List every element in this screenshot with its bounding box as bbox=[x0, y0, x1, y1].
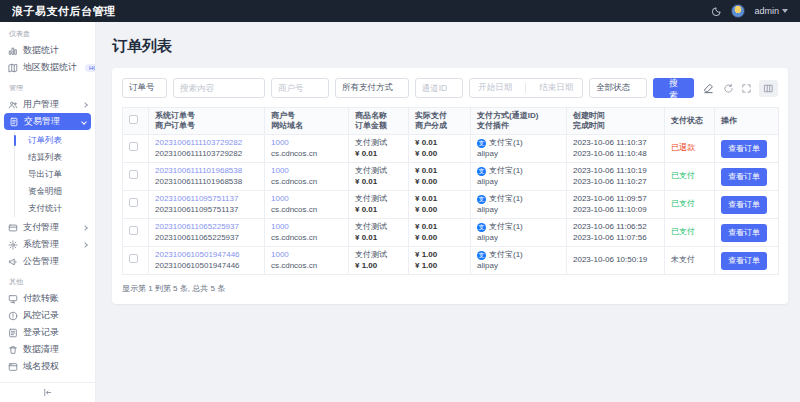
submenu-item-fund-details[interactable]: 资金明细 bbox=[15, 183, 95, 200]
dark-mode-icon[interactable] bbox=[711, 6, 722, 17]
orders-table: 系统订单号商户订单号 商户号网站域名 商品名称订单金额 实际支付商户分成 支付方… bbox=[122, 107, 779, 275]
cell-checkbox bbox=[123, 191, 149, 219]
sidebar-item-risk-records[interactable]: 风控记录 bbox=[0, 307, 95, 324]
sidebar-item-announcement-management[interactable]: 公告管理 bbox=[0, 253, 95, 270]
cell-method: 支支付宝(1)alipay bbox=[471, 219, 567, 247]
search-input[interactable] bbox=[173, 78, 265, 98]
system-order-link[interactable]: 2023100611065225937 bbox=[155, 222, 258, 233]
refresh-icon[interactable] bbox=[723, 83, 734, 94]
username: admin bbox=[754, 6, 779, 16]
row-checkbox[interactable] bbox=[129, 142, 138, 151]
cell-checkbox bbox=[123, 247, 149, 275]
system-order-link[interactable]: 2023100610501947446 bbox=[155, 250, 258, 261]
actual-paid: ¥ 0.01 bbox=[415, 222, 464, 233]
document-icon bbox=[9, 117, 19, 127]
cell-action: 查看订单 bbox=[715, 135, 779, 163]
cell-action: 查看订单 bbox=[715, 163, 779, 191]
sidebar-item-login-records[interactable]: 登录记录 bbox=[0, 324, 95, 341]
pay-method: 支付宝(1) bbox=[489, 222, 523, 233]
chevron-down-icon bbox=[782, 9, 788, 13]
cell-paid: ¥ 0.01¥ 0.00 bbox=[409, 191, 471, 219]
pay-plugin: alipay bbox=[477, 149, 560, 160]
alipay-icon: 支 bbox=[477, 195, 486, 204]
merchant-order: 2023100611065225937 bbox=[155, 233, 258, 244]
sidebar-item-user-management[interactable]: 用户管理 bbox=[0, 96, 95, 113]
collapse-sidebar-icon[interactable] bbox=[42, 387, 53, 398]
view-order-button[interactable]: 查看订单 bbox=[721, 224, 767, 242]
user-menu[interactable]: admin bbox=[754, 6, 788, 16]
system-order-link[interactable]: 2023100611095751137 bbox=[155, 194, 258, 205]
sidebar-item-domain-authorization[interactable]: 域名授权 bbox=[0, 358, 95, 375]
merchant-id-input[interactable] bbox=[271, 78, 329, 98]
cell-product: 支付测试¥ 0.01 bbox=[349, 163, 409, 191]
view-order-button[interactable]: 查看订单 bbox=[721, 168, 767, 186]
submenu-item-payment-stats[interactable]: 支付统计 bbox=[15, 200, 95, 217]
channel-id-input[interactable] bbox=[415, 78, 463, 98]
view-order-button[interactable]: 查看订单 bbox=[721, 140, 767, 158]
clear-filters-button[interactable] bbox=[700, 78, 717, 98]
select-all-checkbox[interactable] bbox=[129, 115, 138, 124]
avatar[interactable] bbox=[731, 4, 745, 18]
submenu-item-order-list[interactable]: 订单列表 bbox=[15, 132, 95, 149]
merchant-id-link[interactable]: 1000 bbox=[271, 138, 342, 149]
status-badge: 已支付 bbox=[671, 227, 695, 236]
merchant-id-link[interactable]: 1000 bbox=[271, 194, 342, 205]
sidebar-item-region-stats[interactable]: 地区数据统计 HOT bbox=[0, 59, 95, 76]
product-name: 支付测试 bbox=[355, 166, 402, 177]
sidebar-item-label: 登录记录 bbox=[23, 326, 59, 339]
alipay-icon: 支 bbox=[477, 223, 486, 232]
pay-method: 支付宝(1) bbox=[489, 166, 523, 177]
submenu-item-export-orders[interactable]: 导出订单 bbox=[15, 166, 95, 183]
submenu-item-settlement-list[interactable]: 结算列表 bbox=[15, 149, 95, 166]
actual-paid: ¥ 0.01 bbox=[415, 138, 464, 149]
sidebar-item-label: 风控记录 bbox=[23, 309, 59, 322]
log-icon bbox=[8, 328, 18, 338]
table-tools bbox=[723, 80, 778, 97]
table-row: 2023100610501947446202310061050194744610… bbox=[123, 247, 779, 275]
row-checkbox[interactable] bbox=[129, 226, 138, 235]
system-order-link[interactable]: 20231006111103729282 bbox=[155, 138, 258, 149]
pay-method-select[interactable]: 所有支付方式 bbox=[335, 78, 409, 98]
card-icon bbox=[8, 223, 18, 233]
search-button[interactable]: 搜索 bbox=[653, 78, 693, 98]
view-order-button[interactable]: 查看订单 bbox=[721, 196, 767, 214]
system-order-link[interactable]: 20231006111101968538 bbox=[155, 166, 258, 177]
merchant-id-link[interactable]: 1000 bbox=[271, 222, 342, 233]
order-amount: ¥ 0.01 bbox=[355, 149, 402, 160]
cell-paid: ¥ 0.01¥ 0.00 bbox=[409, 163, 471, 191]
sidebar-item-system-management[interactable]: 系统管理 bbox=[0, 236, 95, 253]
cell-order: 20231006110957511372023100611095751137 bbox=[149, 191, 265, 219]
sidebar-item-transaction-management[interactable]: 交易管理 bbox=[4, 113, 91, 130]
sidebar-item-payout-transfer[interactable]: 付款转账 bbox=[0, 290, 95, 307]
fullscreen-icon[interactable] bbox=[741, 83, 752, 94]
cell-method: 支支付宝(1)alipay bbox=[471, 247, 567, 275]
sidebar-item-data-cleanup[interactable]: 数据清理 bbox=[0, 341, 95, 358]
sidebar-item-label: 域名授权 bbox=[23, 360, 59, 373]
row-checkbox[interactable] bbox=[129, 198, 138, 207]
website-domain: cs.cdncos.cn bbox=[271, 261, 342, 272]
merchant-id-link[interactable]: 1000 bbox=[271, 250, 342, 261]
sidebar-item-data-stats[interactable]: 数据统计 bbox=[0, 42, 95, 59]
order-type-select[interactable]: 订单号 bbox=[122, 78, 167, 98]
status-select[interactable]: 全部状态 bbox=[589, 78, 647, 98]
sidebar-item-label: 数据统计 bbox=[23, 44, 59, 57]
cell-merchant: 1000cs.cdncos.cn bbox=[265, 247, 349, 275]
cell-method: 支支付宝(1)alipay bbox=[471, 135, 567, 163]
trash-icon bbox=[8, 345, 18, 355]
merchant-id-link[interactable]: 1000 bbox=[271, 166, 342, 177]
content-area: 订单列表 订单号 所有支付方式 开始日期 结束日期 全部状态 搜索 bbox=[96, 22, 800, 402]
row-checkbox[interactable] bbox=[129, 254, 138, 263]
date-range-picker[interactable]: 开始日期 结束日期 bbox=[469, 78, 583, 98]
pay-plugin: alipay bbox=[477, 177, 560, 188]
sidebar-item-payment-management[interactable]: 支付管理 bbox=[0, 219, 95, 236]
actual-paid: ¥ 1.00 bbox=[415, 250, 464, 261]
gear-icon bbox=[8, 240, 18, 250]
pay-method: 支付宝(1) bbox=[489, 250, 523, 261]
view-order-button[interactable]: 查看订单 bbox=[721, 252, 767, 270]
table-row: 2023100611065225937202310061106522593710… bbox=[123, 219, 779, 247]
status-badge: 已支付 bbox=[671, 199, 695, 208]
cell-status: 已支付 bbox=[665, 219, 715, 247]
column-header-order: 系统订单号商户订单号 bbox=[149, 108, 265, 135]
row-checkbox[interactable] bbox=[129, 170, 138, 179]
columns-toggle[interactable] bbox=[759, 80, 778, 97]
